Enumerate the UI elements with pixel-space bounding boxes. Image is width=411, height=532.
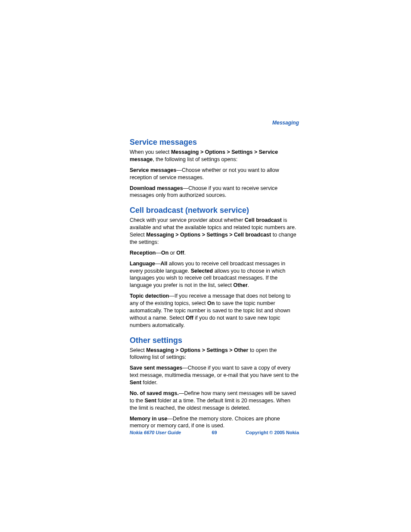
- bold-text: On: [207, 300, 215, 306]
- bold-text: Other: [233, 282, 247, 288]
- text: .: [248, 282, 249, 288]
- paragraph: Select Messaging > Options > Settings > …: [130, 347, 299, 361]
- bold-text: On: [161, 250, 168, 256]
- page-content: Service messages When you select Messagi…: [130, 120, 299, 429]
- bold-text: Sent: [145, 398, 156, 404]
- bold-text: Language: [130, 261, 155, 267]
- bold-text: Cell broadcast: [245, 217, 282, 223]
- paragraph: Service messages—Choose whether or not y…: [130, 167, 299, 181]
- bold-text: Reception: [130, 250, 156, 256]
- text: .: [184, 250, 185, 256]
- paragraph: No. of saved msgs.—Define how many sent …: [130, 390, 299, 412]
- heading-other-settings: Other settings: [130, 336, 299, 345]
- bold-text: Topic detection: [130, 293, 169, 299]
- bold-text: Sent: [130, 380, 141, 386]
- text: —: [156, 250, 161, 256]
- paragraph: Topic detection—If you receive a message…: [130, 292, 299, 329]
- heading-cell-broadcast: Cell broadcast (network service): [130, 206, 299, 215]
- bold-text: Off: [186, 315, 193, 321]
- paragraph: When you select Messaging > Options > Se…: [130, 149, 299, 163]
- paragraph: Memory in use—Define the memory store. C…: [130, 415, 299, 430]
- bold-text: Save sent messages: [130, 365, 182, 371]
- paragraph: Check with your service provider about w…: [130, 217, 299, 246]
- section-header: Messaging: [272, 120, 299, 126]
- footer-guide-name: Nokia 6670 User Guide: [130, 430, 181, 435]
- footer-page-number: 69: [212, 430, 217, 435]
- bold-text: Messaging > Options > Settings > Cell br…: [146, 232, 271, 238]
- text: —: [155, 261, 161, 267]
- bold-text: No. of saved msgs.: [130, 390, 179, 396]
- text: Select: [130, 347, 146, 353]
- document-page: Messaging Service messages When you sele…: [0, 0, 411, 532]
- text: Check with your service provider about w…: [130, 217, 245, 223]
- paragraph: Reception—On or Off.: [130, 249, 299, 257]
- text: folder.: [141, 380, 158, 386]
- bold-text: Download messages: [130, 185, 183, 191]
- bold-text: Service messages: [130, 167, 176, 173]
- text: When you select: [130, 149, 171, 155]
- paragraph: Save sent messages—Choose if you want to…: [130, 364, 299, 386]
- bold-text: Selected: [191, 268, 213, 274]
- paragraph: Language—All allows you to receive cell …: [130, 260, 299, 289]
- text: or: [168, 250, 176, 256]
- text: , the following list of settings opens:: [153, 156, 238, 162]
- bold-text: All: [161, 261, 168, 267]
- page-footer: Nokia 6670 User Guide 69 Copyright © 200…: [130, 430, 299, 435]
- bold-text: Off: [176, 250, 184, 256]
- bold-text: Messaging > Options > Settings > Other: [146, 347, 248, 353]
- footer-copyright: Copyright © 2005 Nokia: [246, 430, 299, 435]
- heading-service-messages: Service messages: [130, 138, 299, 147]
- bold-text: Memory in use: [130, 416, 168, 422]
- paragraph: Download messages—Choose if you want to …: [130, 185, 299, 199]
